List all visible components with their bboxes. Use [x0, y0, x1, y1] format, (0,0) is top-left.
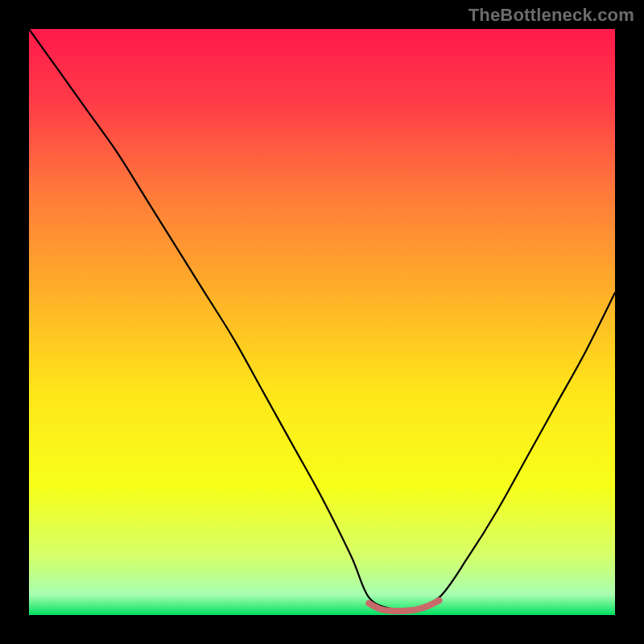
chart-container: TheBottleneck.com	[0, 0, 644, 644]
chart-svg	[0, 0, 644, 644]
chart-background	[29, 29, 615, 615]
watermark-text: TheBottleneck.com	[469, 5, 634, 26]
